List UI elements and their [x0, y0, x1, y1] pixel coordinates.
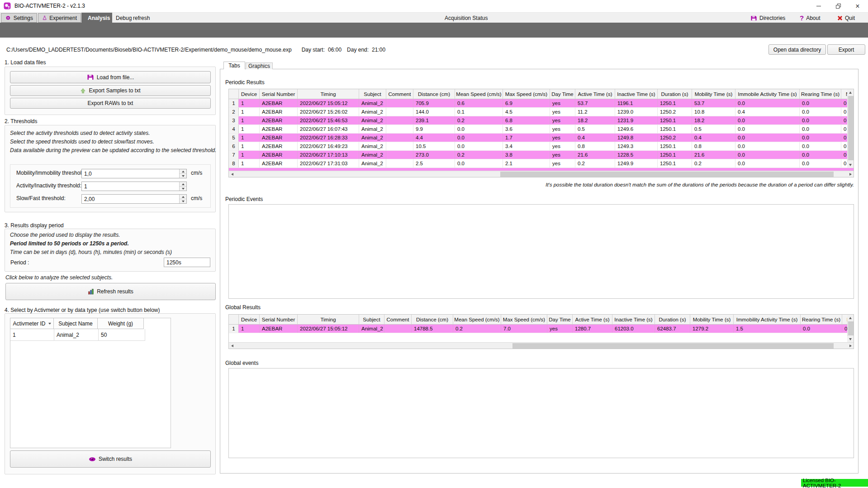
tab-analysis[interactable]: Analysis — [81, 13, 112, 23]
tab-tabs[interactable]: Tabs — [223, 62, 245, 69]
load-from-file-button[interactable]: Load from file... — [10, 71, 211, 83]
mobility-threshold-label: Mobility/Immobility threshold: — [16, 170, 86, 176]
cell: 144.0 — [413, 108, 455, 116]
tab-experiment[interactable]: Experiment — [38, 13, 81, 23]
column-header[interactable]: Rearing Time (s) — [801, 315, 842, 325]
column-header[interactable]: Serial Number — [260, 315, 298, 325]
switch-results-button[interactable]: Switch results — [10, 450, 211, 468]
refresh-results-button[interactable]: Refresh results — [5, 283, 216, 300]
scroll-down-button[interactable] — [847, 336, 854, 342]
column-header[interactable]: Mean Speed (cm/s) — [453, 315, 501, 325]
column-header[interactable]: Mobility Time (s) — [692, 89, 735, 99]
column-header[interactable]: Weight (g) — [97, 318, 144, 329]
cell: 1239.0 — [615, 108, 658, 116]
scroll-down-button[interactable] — [847, 162, 854, 168]
vertical-scrollbar[interactable] — [847, 315, 854, 342]
table-row[interactable]: 41A2EBAR2022/06/27 16:07:43Animal_29.90.… — [229, 125, 847, 134]
horizontal-scrollbar[interactable] — [229, 342, 854, 349]
export-button[interactable]: Export — [827, 44, 865, 55]
spinner[interactable] — [179, 195, 186, 203]
section3-title: 3. Results display period — [5, 222, 64, 229]
vertical-scrollbar[interactable] — [847, 89, 854, 168]
column-header[interactable]: Inactive Time (s) — [612, 315, 655, 325]
horizontal-scrollbar[interactable] — [229, 171, 854, 177]
column-header[interactable]: Immobility Activity Time (s) — [734, 315, 801, 325]
scroll-thumb[interactable] — [512, 343, 834, 349]
spinner[interactable] — [179, 182, 186, 191]
column-header[interactable]: Device — [239, 89, 260, 99]
cell: yes — [550, 116, 575, 124]
export-raws-button[interactable]: Export RAWs to txt — [10, 98, 211, 109]
directories-button[interactable]: Directories — [750, 13, 785, 23]
scroll-thumb[interactable] — [848, 321, 854, 335]
table-row[interactable]: 51A2EBAR2022/06/27 16:28:33Animal_24.40.… — [229, 134, 847, 142]
scroll-up-button[interactable] — [847, 89, 854, 96]
spinner[interactable] — [179, 169, 186, 178]
slowfast-threshold-input[interactable]: 2,00 — [81, 194, 187, 204]
table-row[interactable]: 61A2EBAR2022/06/27 16:49:23Animal_210.50… — [229, 142, 847, 151]
cell: 1250.1 — [658, 142, 692, 150]
column-header[interactable]: Subject — [359, 89, 386, 99]
column-header[interactable]: Day Time — [547, 315, 573, 325]
table-row[interactable]: 1Animal_250 — [10, 329, 171, 341]
spin-up-icon — [182, 196, 185, 198]
table-row[interactable]: 11A2EBAR2022/06/27 15:05:12Animal_214788… — [229, 325, 847, 333]
column-header[interactable]: Distance (cm) — [413, 89, 455, 99]
cell: Animal_2 — [359, 99, 386, 107]
column-header[interactable]: Mobility Time (s) — [690, 315, 734, 325]
scroll-thumb[interactable] — [848, 96, 854, 160]
period-input[interactable]: 1250s — [164, 258, 210, 267]
column-header[interactable]: Nb Rea — [841, 89, 847, 99]
column-header[interactable]: Max Speed (cm/s) — [501, 315, 547, 325]
cell: 1196.1 — [615, 99, 658, 107]
scroll-thumb[interactable] — [500, 172, 834, 177]
column-header[interactable]: Nb Rea — [842, 315, 847, 325]
open-data-directory-label: Open data directory — [773, 47, 821, 53]
column-header[interactable]: Inactive Time (s) — [615, 89, 658, 99]
table-row[interactable]: 21A2EBAR2022/06/27 15:26:02Animal_2144.0… — [229, 108, 847, 116]
scroll-right-button[interactable] — [847, 343, 854, 349]
column-header[interactable]: Subject — [359, 315, 384, 325]
menu-item-refresh[interactable]: refresh — [131, 13, 152, 23]
column-header[interactable]: Duration (s) — [658, 89, 692, 99]
column-header[interactable]: Comment — [386, 89, 413, 99]
table-row[interactable]: 31A2EBAR2022/06/27 15:46:53Animal_2239.1… — [229, 116, 847, 125]
mobility-threshold-input[interactable]: 1,0 — [81, 169, 187, 178]
column-header[interactable]: Active Time (s) — [573, 315, 612, 325]
column-header[interactable]: Mean Speed (cm/s) — [455, 89, 503, 99]
column-header[interactable]: Comment — [384, 315, 412, 325]
column-header[interactable]: Device — [239, 315, 260, 325]
column-header[interactable]: Day Time — [550, 89, 575, 99]
column-header[interactable]: Distance (cm) — [412, 315, 453, 325]
restore-button[interactable] — [830, 0, 846, 12]
tab-settings[interactable]: Settings — [1, 13, 37, 23]
table-row[interactable]: 71A2EBAR2022/06/27 17:10:13Animal_2273.0… — [229, 151, 847, 159]
column-header[interactable]: Subject Name — [53, 318, 98, 329]
column-header[interactable]: Activmeter ID — [10, 318, 54, 329]
close-button[interactable]: × — [850, 0, 865, 12]
column-header[interactable]: Serial Number — [260, 89, 298, 99]
column-header[interactable]: Timing — [298, 315, 359, 325]
cell: 1.5 — [734, 325, 801, 333]
column-header[interactable]: Rearing Time (s) — [800, 89, 841, 99]
minimize-button[interactable] — [811, 0, 826, 12]
scroll-left-button[interactable] — [229, 343, 235, 349]
activity-threshold-input[interactable]: 1 — [81, 182, 187, 191]
open-data-directory-button[interactable]: Open data directory — [768, 44, 826, 55]
menu-item-debug[interactable]: Debug — [114, 13, 133, 23]
quit-button[interactable]: Quit — [837, 13, 855, 23]
global-events-box — [228, 368, 854, 458]
column-header[interactable]: Immobile Activity Time (s) — [735, 89, 800, 99]
column-header[interactable]: Duration (s) — [655, 315, 690, 325]
export-samples-button[interactable]: Export Samples to txt — [10, 85, 211, 96]
about-button[interactable]: ? About — [800, 13, 821, 23]
column-header[interactable]: Timing — [298, 89, 359, 99]
scroll-up-button[interactable] — [847, 315, 854, 321]
scroll-left-button[interactable] — [229, 171, 235, 177]
scroll-right-button[interactable] — [847, 171, 854, 177]
tab-graphics[interactable]: Graphics — [246, 62, 273, 69]
column-header[interactable]: Active Time (s) — [575, 89, 615, 99]
table-row[interactable]: 11A2EBAR2022/06/27 15:05:12Animal_2705.9… — [229, 99, 847, 108]
table-row[interactable]: 81A2EBAR2022/06/27 17:31:03Animal_22.50.… — [229, 159, 847, 168]
column-header[interactable]: Max Speed (cm/s) — [503, 89, 550, 99]
